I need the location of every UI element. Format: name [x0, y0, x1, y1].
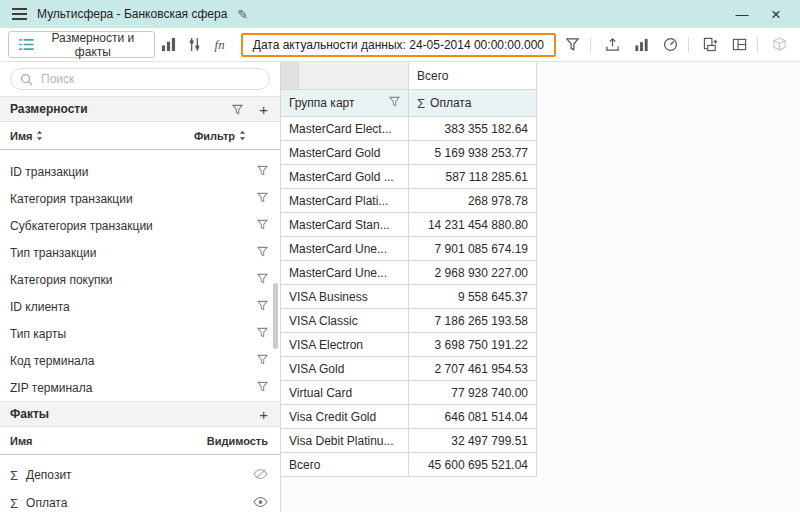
dimensions-section-header: Размерности +	[0, 96, 280, 122]
chart-button[interactable]	[628, 32, 654, 58]
value-cell[interactable]: 2 707 461 954.53	[409, 357, 537, 381]
eye-icon[interactable]	[253, 496, 268, 511]
sliders-button[interactable]	[183, 32, 205, 58]
dimensions-list: ID транзакции Категория транзакции Субка…	[0, 150, 280, 401]
dimension-item[interactable]: ZIP терминала	[0, 374, 280, 401]
dimension-item[interactable]: Субкатегория транзакции	[0, 212, 280, 239]
filter-icon[interactable]	[257, 273, 268, 287]
name-cell[interactable]: MasterCard Elect...	[281, 117, 409, 141]
gauge-button[interactable]	[657, 32, 683, 58]
value-cell[interactable]: 3 698 750 191.22	[409, 333, 537, 357]
value-cell[interactable]: 32 497 799.51	[409, 429, 537, 453]
value-cell[interactable]: 77 928 740.00	[409, 381, 537, 405]
pivot-corner-cell[interactable]	[281, 62, 409, 90]
sigma-icon: Σ	[10, 496, 18, 511]
value-cell[interactable]: 646 081 514.04	[409, 405, 537, 429]
sort-by-filter[interactable]: Фильтр	[194, 130, 246, 142]
total-label: Всего	[289, 458, 320, 472]
menu-icon[interactable]	[12, 8, 27, 20]
dimension-item[interactable]: Категория покупки	[0, 266, 280, 293]
name-cell[interactable]: VISA Electron	[281, 333, 409, 357]
dimension-item[interactable]: Тип транзакции	[0, 239, 280, 266]
dimensions-filter-icon[interactable]	[232, 104, 243, 115]
total-value-cell[interactable]: 45 600 695 521.04	[409, 453, 537, 477]
row-dimension-header[interactable]: Группа карт	[281, 90, 409, 117]
dimension-label: Категория транзакции	[10, 192, 133, 206]
facts-title: Факты	[10, 407, 49, 421]
add-fact-button[interactable]: +	[257, 406, 270, 423]
dimension-item[interactable]: ID транзакции	[0, 158, 280, 185]
filter-icon[interactable]	[257, 165, 268, 179]
edit-title-icon[interactable]: ✎	[237, 7, 248, 22]
row-name: MasterCard Plati...	[289, 194, 388, 208]
name-cell[interactable]: Visa Credit Gold	[281, 405, 409, 429]
value-cell[interactable]: 587 118 285.61	[409, 165, 537, 189]
dimension-item[interactable]: Код терминала	[0, 347, 280, 374]
name-cell[interactable]: MasterCard Stan...	[281, 213, 409, 237]
value-cell[interactable]: 383 355 182.64	[409, 117, 537, 141]
name-cell[interactable]: VISA Gold	[281, 357, 409, 381]
dimension-item[interactable]: Тип карты	[0, 320, 280, 347]
sigma-icon: Σ	[10, 468, 18, 483]
dimension-item[interactable]: ID клиента	[0, 293, 280, 320]
filter-icon[interactable]	[257, 219, 268, 233]
export-button[interactable]	[599, 32, 625, 58]
fact-item[interactable]: Σ Депозит	[0, 461, 280, 489]
name-cell[interactable]: Visa Debit Platinu...	[281, 429, 409, 453]
name-cell[interactable]: MasterCard Plati...	[281, 189, 409, 213]
sort-icon	[239, 130, 246, 141]
filter-icon[interactable]	[257, 246, 268, 260]
value-cell[interactable]: 268 978.78	[409, 189, 537, 213]
row-value: 383 355 182.64	[445, 122, 528, 136]
dimensions-facts-button[interactable]: Размерности и факты	[8, 31, 155, 58]
fact-label: Оплата	[26, 496, 67, 510]
value-cell[interactable]: 7 186 265 193.58	[409, 309, 537, 333]
search-input[interactable]	[10, 68, 270, 90]
layout-button[interactable]	[726, 32, 752, 58]
add-dimension-button[interactable]: +	[257, 101, 270, 118]
eye-off-icon[interactable]	[253, 468, 268, 483]
filter-icon[interactable]	[257, 192, 268, 206]
total-column-header[interactable]: Всего	[409, 62, 537, 90]
value-cell[interactable]: 9 558 645.37	[409, 285, 537, 309]
row-value: 32 497 799.51	[451, 434, 528, 448]
name-cell[interactable]: MasterCard Gold	[281, 141, 409, 165]
row-dimension-label: Группа карт	[289, 96, 354, 110]
minimize-button[interactable]: —	[730, 7, 754, 22]
dimensions-column-headers: Имя Фильтр	[0, 122, 280, 150]
close-button[interactable]: ×	[764, 6, 788, 23]
filter-icon	[565, 37, 580, 52]
table-row: MasterCard Gold ... 587 118 285.61	[281, 165, 537, 189]
name-cell[interactable]: VISA Classic	[281, 309, 409, 333]
row-name: VISA Electron	[289, 338, 363, 352]
value-cell[interactable]: 7 901 085 674.19	[409, 237, 537, 261]
copy-report-button[interactable]	[697, 32, 723, 58]
filter-icon[interactable]	[257, 327, 268, 341]
histogram-button[interactable]	[158, 32, 180, 58]
value-cell[interactable]: 2 968 930 227.00	[409, 261, 537, 285]
fn-icon: fn	[215, 37, 225, 53]
filter-icon[interactable]	[257, 381, 268, 395]
sidebar-scrollbar-thumb[interactable]	[273, 283, 278, 349]
name-cell[interactable]: MasterCard Gold ...	[281, 165, 409, 189]
total-name-cell[interactable]: Всего	[281, 453, 409, 477]
fact-item[interactable]: Σ Оплата	[0, 489, 280, 512]
dimension-item[interactable]: Категория транзакции	[0, 185, 280, 212]
filter-button[interactable]	[559, 32, 585, 58]
name-cell[interactable]: Virtual Card	[281, 381, 409, 405]
filter-icon[interactable]	[257, 300, 268, 314]
row-value: 646 081 514.04	[445, 410, 528, 424]
table-row: MasterCard Gold 5 169 938 253.77	[281, 141, 537, 165]
table-row: MasterCard Une... 2 968 930 227.00	[281, 261, 537, 285]
value-cell[interactable]: 14 231 454 880.80	[409, 213, 537, 237]
filter-icon[interactable]	[257, 354, 268, 368]
name-cell[interactable]: MasterCard Une...	[281, 261, 409, 285]
table-row: MasterCard Elect... 383 355 182.64	[281, 117, 537, 141]
value-cell[interactable]: 5 169 938 253.77	[409, 141, 537, 165]
sort-by-name[interactable]: Имя	[10, 130, 43, 142]
name-cell[interactable]: VISA Business	[281, 285, 409, 309]
measure-header[interactable]: Σ Оплата	[409, 90, 537, 117]
name-cell[interactable]: MasterCard Une...	[281, 237, 409, 261]
filter-icon[interactable]	[389, 96, 400, 110]
fn-button[interactable]: fn	[208, 32, 230, 58]
